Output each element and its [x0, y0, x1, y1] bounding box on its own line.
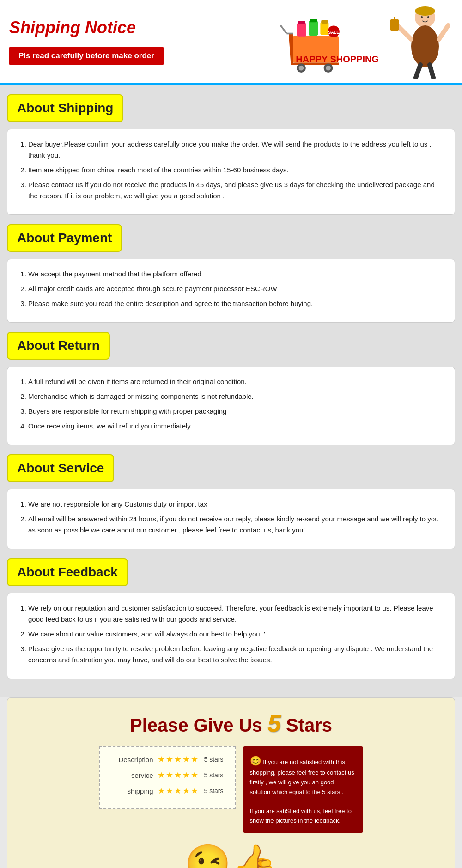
- stars-count: 5 stars: [204, 756, 223, 763]
- shipping-list: Dear buyer,Please confirm your address c…: [19, 139, 443, 202]
- return-list: A full refund will be given if items are…: [19, 376, 443, 432]
- header-section: Shipping Notice Pls read carefully befor…: [0, 0, 462, 85]
- svg-line-19: [439, 25, 448, 39]
- service-heading: About Service: [7, 454, 114, 482]
- svg-line-18: [397, 25, 411, 39]
- shopping-cart-icon: SALE: [268, 9, 351, 79]
- list-item: Buyers are responsible for return shippi…: [28, 406, 443, 417]
- svg-point-26: [427, 16, 429, 18]
- list-item: Dear buyer,Please confirm your address c…: [28, 139, 443, 161]
- stars-count: 5 stars: [204, 771, 223, 779]
- svg-line-20: [416, 65, 420, 78]
- payment-list: We accept the payment method that the pl…: [19, 269, 443, 309]
- svg-rect-12: [320, 22, 328, 35]
- list-item: All email will be answered within 24 hou…: [28, 513, 443, 536]
- star-icons: ★★★★★: [158, 770, 199, 780]
- list-item: Please contact us if you do not receive …: [28, 179, 443, 202]
- shipping-section: About Shipping Dear buyer,Please confirm…: [7, 94, 455, 215]
- header-subtitle: Pls read carefully before make order: [9, 47, 164, 65]
- service-content: We are not responsible for any Customs d…: [7, 489, 455, 549]
- stars-row-shipping: shipping ★★★★★ 5 stars: [111, 786, 223, 796]
- svg-point-7: [326, 66, 331, 71]
- svg-point-25: [421, 16, 423, 18]
- stars-content: Description ★★★★★ 5 stars service ★★★★★ …: [17, 746, 445, 833]
- payment-heading: About Payment: [7, 224, 122, 252]
- list-item: Merchandise which is damaged or missing …: [28, 391, 443, 402]
- stars-label: Description: [111, 756, 153, 764]
- stars-row-description: Description ★★★★★ 5 stars: [111, 754, 223, 764]
- list-item: We are not responsible for any Customs d…: [28, 499, 443, 510]
- return-section: About Return A full refund will be given…: [7, 332, 455, 445]
- stars-row-service: service ★★★★★ 5 stars: [111, 770, 223, 780]
- list-item: Once receiving items, we will refund you…: [28, 421, 443, 432]
- list-item: A full refund will be given if items are…: [28, 376, 443, 387]
- star-icons: ★★★★★: [158, 754, 199, 764]
- payment-content: We accept the payment method that the pl…: [7, 259, 455, 323]
- svg-line-3: [280, 25, 287, 34]
- svg-rect-8: [297, 23, 306, 37]
- svg-text:SALE: SALE: [328, 30, 339, 35]
- star-icons: ★★★★★: [158, 786, 199, 796]
- thank-you-area: 😉👍 Thank you!: [17, 842, 445, 868]
- stars-count: 5 stars: [204, 787, 223, 795]
- stars-title: Please Give Us 5 Stars: [17, 709, 445, 737]
- stars-table: Description ★★★★★ 5 stars service ★★★★★ …: [99, 746, 236, 809]
- list-item: Please give us the opportunity to resolv…: [28, 643, 443, 666]
- feedback-heading: About Feedback: [7, 558, 128, 586]
- smiley-icon: 😊: [250, 756, 261, 766]
- wink-emoji-icon: 😉👍: [17, 842, 445, 868]
- header-title: Shipping Notice: [9, 18, 268, 37]
- list-item: Please make sure you read the entire des…: [28, 298, 443, 309]
- stars-section: Please Give Us 5 Stars Description ★★★★★…: [7, 697, 455, 868]
- feedback-list: We rely on our reputation and customer s…: [19, 603, 443, 666]
- svg-rect-22: [390, 19, 399, 31]
- svg-line-21: [430, 65, 433, 78]
- list-item: Item are shipped from china; reach most …: [28, 165, 443, 176]
- svg-rect-9: [298, 21, 305, 24]
- return-content: A full refund will be given if items are…: [7, 367, 455, 445]
- stars-label: shipping: [111, 787, 153, 795]
- main-content: About Shipping Dear buyer,Please confirm…: [0, 85, 462, 697]
- svg-rect-13: [321, 20, 328, 24]
- list-item: We rely on our reputation and customer s…: [28, 603, 443, 625]
- shipping-heading: About Shipping: [7, 94, 123, 122]
- return-heading: About Return: [7, 332, 110, 360]
- list-item: We care about our value customers, and w…: [28, 629, 443, 640]
- service-list: We are not responsible for any Customs d…: [19, 499, 443, 536]
- feedback-section: About Feedback We rely on our reputation…: [7, 558, 455, 679]
- header-left: Shipping Notice Pls read carefully befor…: [9, 18, 268, 65]
- list-item: All major credit cards are accepted thro…: [28, 283, 443, 294]
- person-illustration: [383, 5, 453, 79]
- svg-point-24: [415, 6, 435, 16]
- svg-point-17: [411, 25, 439, 67]
- header-right: SALE HAPPY SHOPPING: [268, 5, 453, 79]
- happy-shopping-text: HAPPY SHOPPING: [296, 54, 379, 65]
- list-item: We accept the payment method that the pl…: [28, 269, 443, 280]
- info-box: 😊 If you are not satisfied with this sho…: [243, 746, 363, 833]
- svg-rect-11: [310, 19, 317, 22]
- svg-point-5: [299, 66, 304, 71]
- feedback-content: We rely on our reputation and customer s…: [7, 593, 455, 679]
- shipping-content: Dear buyer,Please confirm your address c…: [7, 129, 455, 215]
- payment-section: About Payment We accept the payment meth…: [7, 224, 455, 323]
- service-section: About Service We are not responsible for…: [7, 454, 455, 549]
- stars-label: service: [111, 771, 153, 779]
- svg-rect-10: [309, 21, 318, 36]
